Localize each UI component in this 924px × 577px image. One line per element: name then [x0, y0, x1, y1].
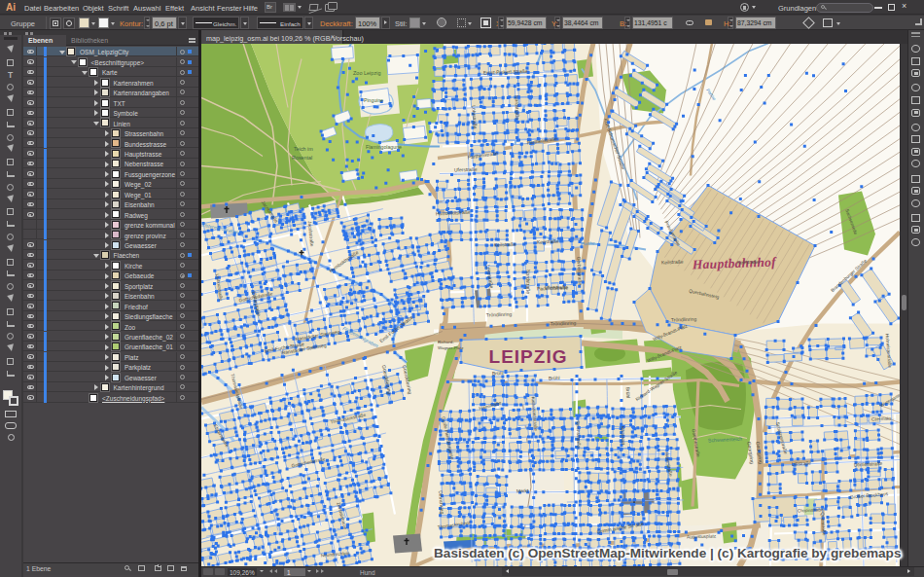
svg-text:Rosental: Rosental	[292, 154, 312, 160]
svg-text:Richard-: Richard-	[438, 339, 454, 343]
svg-text:Markt: Markt	[516, 487, 529, 493]
svg-text:Flamingolagune: Flamingolagune	[366, 143, 402, 149]
svg-text:Packhofstraße: Packhofstraße	[537, 284, 569, 291]
svg-text:Keilstraße: Keilstraße	[537, 237, 559, 244]
svg-text:Keilstraße: Keilstraße	[661, 258, 684, 265]
svg-text:Keilstraße: Keilstraße	[737, 258, 760, 265]
svg-text:Tröndlinring: Tröndlinring	[486, 310, 513, 317]
svg-text:Brühl: Brühl	[549, 375, 560, 380]
svg-text:Uferstraße: Uferstraße	[454, 165, 478, 172]
svg-text:Tröndlinring: Tröndlinring	[671, 315, 697, 322]
svg-text:Teich im: Teich im	[294, 145, 313, 151]
svg-text:Littstraße: Littstraße	[792, 460, 812, 466]
svg-text:Zoo Leipzig: Zoo Leipzig	[353, 69, 380, 75]
svg-text:Nikolaistr: Nikolaistr	[620, 425, 625, 445]
svg-text:Brühl: Brühl	[492, 370, 504, 376]
svg-text:Keilstraße: Keilstraße	[494, 240, 516, 247]
svg-text:Tröndlinring: Tröndlinring	[551, 319, 577, 326]
svg-text:Pinguine: Pinguine	[364, 96, 383, 102]
svg-text:Hauptbahnhof: Hauptbahnhof	[692, 254, 778, 271]
svg-text:LEIPZIG: LEIPZIG	[489, 345, 568, 366]
svg-text:Wagner-Platz: Wagner-Platz	[438, 344, 463, 349]
svg-text:Brühl: Brühl	[625, 386, 631, 398]
svg-text:Nordstraße: Nordstraße	[525, 269, 531, 293]
svg-text:Nordstraße: Nordstraße	[515, 94, 521, 119]
